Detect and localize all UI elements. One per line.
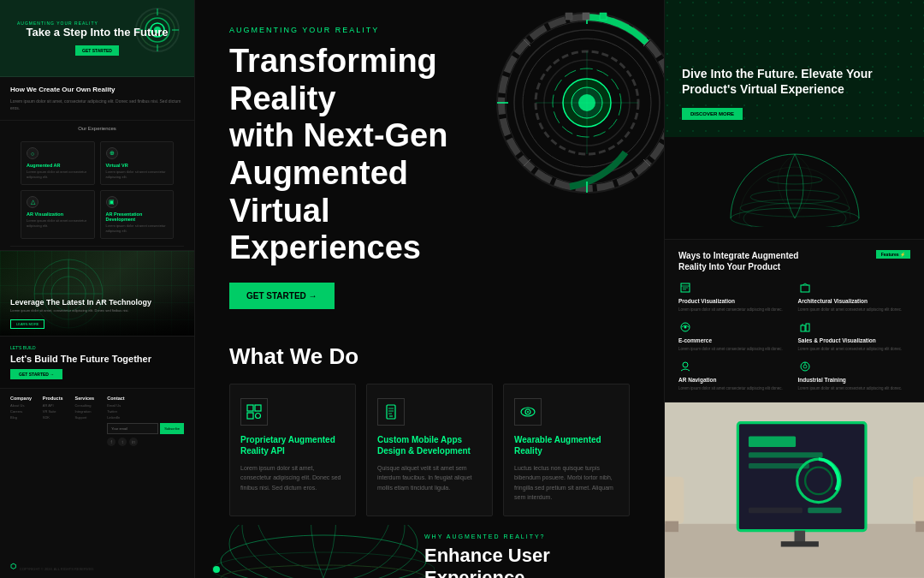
- footer-link[interactable]: Twitter: [107, 409, 184, 414]
- footer-link[interactable]: Consulting: [74, 403, 104, 408]
- footer-link[interactable]: Integration: [74, 409, 104, 414]
- main-hero-cta-button[interactable]: GET STARTED →: [229, 283, 335, 309]
- left-hero-cta-button[interactable]: GET STARTED: [75, 45, 119, 56]
- list-item: Architectural Visualization Lorem ipsum …: [798, 281, 911, 313]
- main-hero-section: AUGMENTING YOUR REALITY Transforming Rea…: [195, 0, 664, 326]
- newsletter-form: Subscribe: [107, 423, 184, 434]
- list-item: ⊕ Virtual VR Lorem ipsum dolor sit amet …: [100, 141, 175, 185]
- svg-point-50: [527, 411, 529, 413]
- feature-title-4: AR Navigation: [678, 377, 791, 383]
- experiences-section: Our Experiences ○ Augmented AR Lorem ips…: [0, 121, 194, 251]
- twitter-icon[interactable]: t: [118, 438, 127, 446]
- footer-col-company-title: Company: [10, 396, 39, 401]
- svg-point-71: [684, 325, 687, 328]
- right-hero-content: Dive Into the Future. Elevate Your Produ…: [682, 66, 907, 120]
- feature-icon-5: [798, 360, 812, 373]
- hero-title-line4: Experiences: [229, 229, 421, 265]
- service-desc-2: Luctus lectus non quisque turpis bibendu…: [514, 463, 619, 502]
- footer-link[interactable]: AR API: [43, 403, 72, 408]
- service-icon-1: [377, 398, 405, 426]
- left-footer: Company About Us Careers Blog Products A…: [0, 389, 194, 578]
- svg-rect-87: [749, 453, 823, 458]
- list-item: ○ Augmented AR Lorem ipsum dolor sit ame…: [21, 141, 95, 185]
- newsletter-button[interactable]: Subscribe: [160, 423, 184, 434]
- build-title: Let's Build The Future Together: [10, 354, 184, 364]
- features-grid: Product Visualization Lorem ipsum dolor …: [678, 281, 910, 391]
- svg-rect-94: [781, 541, 819, 546]
- feature-title-1: Architectural Visualization: [798, 298, 911, 304]
- svg-rect-38: [600, 13, 607, 20]
- svg-point-77: [803, 365, 807, 368]
- list-item: △ AR Visualization Lorem ipsum dolor sit…: [21, 190, 95, 239]
- why-ar-section: WHY AUGMENTED REALITY? Enhance User Expe…: [424, 533, 630, 578]
- list-item: E-commerce Lorem ipsum dolor sit amet co…: [678, 320, 791, 353]
- list-item: Wearable Augmented Reality Luctus lectus…: [503, 384, 630, 516]
- footer-link[interactable]: About Us: [10, 403, 39, 408]
- svg-point-61: [743, 203, 846, 227]
- ar-technology-desc: Lorem ipsum dolor sit amet, consectetur …: [10, 308, 184, 313]
- feature-icon-2: [678, 320, 692, 334]
- instagram-icon[interactable]: in: [129, 438, 138, 446]
- feature-icon-0: [678, 281, 692, 295]
- footer-link[interactable]: SDK: [43, 415, 72, 420]
- hero-title-line3: Augmented Virtual: [229, 155, 408, 229]
- feature-icon-1: [798, 281, 812, 295]
- integrate-title: Ways to Integrate Augmented Reality Into…: [678, 250, 815, 272]
- svg-rect-41: [247, 413, 253, 419]
- right-hero-cta-button[interactable]: DISCOVER MORE: [682, 108, 743, 120]
- service-desc-0: Lorem ipsum dolor sit amet, consectetur …: [240, 463, 345, 492]
- list-item: Industrial Training Lorem ipsum dolor si…: [798, 360, 911, 392]
- footer-link[interactable]: Email Us: [107, 403, 184, 408]
- facebook-icon[interactable]: f: [107, 438, 116, 446]
- dome-section: [665, 137, 924, 240]
- build-cta-button[interactable]: GET STARTED →: [10, 369, 62, 379]
- svg-point-53: [242, 525, 405, 578]
- left-panel: AUGMENTING YOUR REALITY Take a Step Into…: [0, 0, 195, 578]
- hero-title-line1: Transforming Reality: [229, 43, 437, 116]
- main-hero-title: Transforming Reality with Next-Gen Augme…: [229, 43, 486, 267]
- globe-decoration: [212, 525, 435, 578]
- exp-icon-3: ▣: [106, 196, 118, 208]
- footer-col-company: Company About Us Careers Blog: [10, 396, 39, 446]
- footer-col-services-title: Services: [74, 396, 104, 401]
- footer-link[interactable]: VR Suite: [43, 409, 72, 414]
- newsletter-input[interactable]: [107, 423, 158, 434]
- svg-point-63: [750, 190, 839, 204]
- list-item: ▣ AR Presentation Development Lorem ipsu…: [100, 190, 175, 239]
- dome-visualization: [726, 150, 863, 227]
- main-panel: AUGMENTING YOUR REALITY Transforming Rea…: [195, 0, 664, 578]
- right-hero-title: Dive Into the Future. Elevate Your Produ…: [682, 66, 907, 97]
- svg-rect-37: [583, 13, 589, 20]
- exp-card-title-1: Virtual VR: [106, 163, 169, 168]
- footer-link[interactable]: Blog: [10, 415, 39, 420]
- list-item: AR Navigation Lorem ipsum dolor sit amet…: [678, 360, 791, 392]
- exp-card-title-0: Augmented AR: [27, 163, 89, 168]
- exp-icon-1: ⊕: [106, 147, 118, 159]
- feature-icon-3: [798, 320, 812, 334]
- exp-card-desc-3: Lorem ipsum dolor sit amet consectetur a…: [106, 223, 169, 233]
- svg-rect-97: [915, 521, 924, 533]
- left-hero-section: AUGMENTING YOUR REALITY Take a Step Into…: [0, 0, 194, 77]
- feature-desc-4: Lorem ipsum dolor sit amet consectetur a…: [678, 386, 791, 392]
- why-title-line1: Enhance User: [424, 545, 550, 566]
- svg-point-42: [256, 414, 261, 419]
- build-together-section: LET'S BUILD Let's Build The Future Toget…: [0, 337, 194, 389]
- footer-link[interactable]: LinkedIn: [107, 415, 184, 420]
- footer-col-contact-title: Contact: [107, 396, 184, 401]
- experiences-label: Our Experiences: [10, 126, 184, 131]
- hero-title-line2: with Next-Gen: [229, 117, 447, 153]
- feature-title-0: Product Visualization: [678, 298, 791, 304]
- integrate-section: Ways to Integrate Augmented Reality Into…: [665, 240, 924, 402]
- right-photo-section: [665, 402, 924, 578]
- feature-desc-2: Lorem ipsum dolor sit amet consectetur a…: [678, 347, 791, 353]
- feature-title-2: E-commerce: [678, 337, 791, 343]
- svg-point-75: [683, 362, 688, 367]
- footer-link[interactable]: Support: [74, 415, 104, 420]
- ar-technology-btn[interactable]: LEARN MORE: [10, 319, 44, 329]
- footer-link[interactable]: Careers: [10, 409, 39, 414]
- exp-card-desc-2: Lorem ipsum dolor sit amet consectetur a…: [27, 218, 89, 228]
- list-item: Proprietary Augmented Reality API Lorem …: [229, 384, 356, 516]
- right-panel: Dive Into the Future. Elevate Your Produ…: [664, 0, 924, 578]
- hud-ring-decoration: [493, 9, 664, 197]
- feature-desc-5: Lorem ipsum dolor sit amet consectetur a…: [798, 386, 911, 392]
